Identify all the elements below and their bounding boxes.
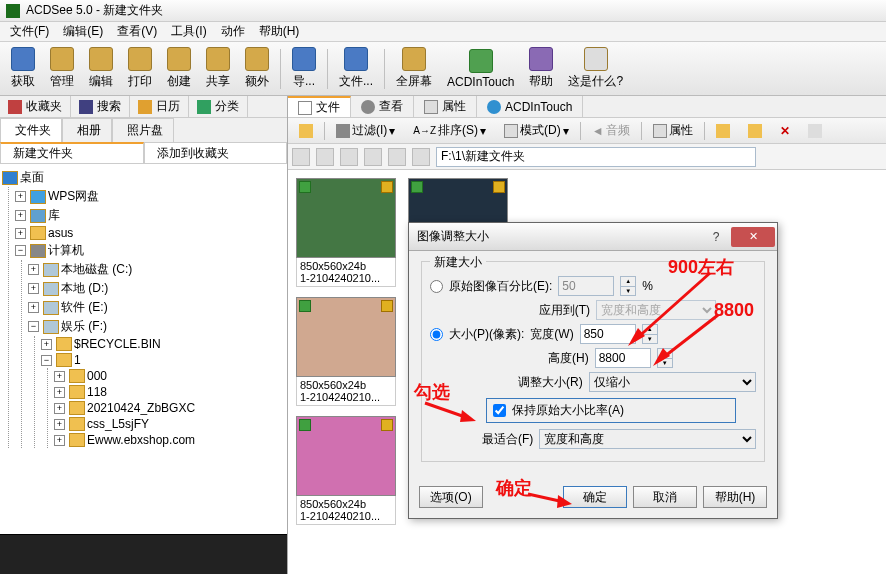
menu-edit[interactable]: 编辑(E) xyxy=(57,21,109,42)
tree-wps[interactable]: +WPS网盘 xyxy=(15,187,285,206)
radio-percent[interactable] xyxy=(430,280,443,293)
nav-fwd-icon[interactable] xyxy=(316,148,334,166)
rtab-acdin[interactable]: ACDInTouch xyxy=(477,96,583,117)
tb-acdintouch[interactable]: ACDInTouch xyxy=(440,46,521,92)
rb-props[interactable]: 属性 xyxy=(646,119,700,142)
tree-desktop[interactable]: 桌面 xyxy=(2,168,285,187)
drive-icon xyxy=(43,282,59,296)
ltab2-photodisc[interactable]: 照片盘 xyxy=(112,118,174,142)
input-width[interactable] xyxy=(580,324,636,344)
tree-000[interactable]: +000 xyxy=(54,368,285,384)
tree-recycle[interactable]: +$RECYCLE.BIN xyxy=(41,336,285,352)
menu-tools[interactable]: 工具(I) xyxy=(165,21,212,42)
tree-lib[interactable]: +库 xyxy=(15,206,285,225)
tree-cdrive[interactable]: +本地磁盘 (C:) xyxy=(28,260,285,279)
tree-ddrive[interactable]: +本地 (D:) xyxy=(28,279,285,298)
folder-tree[interactable]: 桌面 +WPS网盘 +库 +asus −计算机 +本地磁盘 (C:) +本地 (… xyxy=(0,164,287,534)
spinner-height[interactable]: ▲▼ xyxy=(657,348,673,368)
dialog-close-button[interactable]: ✕ xyxy=(731,227,775,247)
rtab-view[interactable]: 查看 xyxy=(351,96,414,117)
tb-acquire[interactable]: 获取 xyxy=(4,44,42,93)
rb-filter[interactable]: 过滤(I)▾ xyxy=(329,119,402,142)
path-input[interactable] xyxy=(436,147,756,167)
dialog-title: 图像调整大小 xyxy=(417,228,489,245)
rb-more[interactable] xyxy=(801,121,829,141)
nav-icon xyxy=(292,47,316,71)
rtab-file[interactable]: 文件 xyxy=(288,96,351,117)
ltab-fav[interactable]: 收藏夹 xyxy=(0,96,71,117)
tree-fdrive[interactable]: −娱乐 (F:) xyxy=(28,317,285,336)
folder-icon xyxy=(56,353,72,367)
button-cancel[interactable]: 取消 xyxy=(633,486,697,508)
ltab2-folders[interactable]: 文件夹 xyxy=(0,118,62,142)
spinner-width[interactable]: ▲▼ xyxy=(642,324,658,344)
menu-actions[interactable]: 动作 xyxy=(215,21,251,42)
rb-copy[interactable] xyxy=(709,121,737,141)
tree-css[interactable]: +css_L5sjFY xyxy=(54,416,285,432)
tree-date[interactable]: +20210424_ZbBGXC xyxy=(54,400,285,416)
label-width: 宽度(W) xyxy=(530,326,573,343)
folder-icon xyxy=(299,124,313,138)
menu-view[interactable]: 查看(V) xyxy=(111,21,163,42)
button-options[interactable]: 选项(O) xyxy=(419,486,483,508)
input-height[interactable] xyxy=(595,348,651,368)
nav-hist-icon[interactable] xyxy=(388,148,406,166)
nav-up-icon[interactable] xyxy=(340,148,358,166)
button-help[interactable]: 帮助(H) xyxy=(703,486,767,508)
radio-pixels[interactable] xyxy=(430,328,443,341)
tb-fullscreen[interactable]: 全屏幕 xyxy=(389,44,439,93)
tree-118[interactable]: +118 xyxy=(54,384,285,400)
tb-share[interactable]: 共享 xyxy=(199,44,237,93)
copy-icon xyxy=(716,124,730,138)
doc-icon xyxy=(298,101,312,115)
select-bestfit[interactable]: 宽度和高度 xyxy=(539,429,756,449)
thumbnail[interactable]: 850x560x24b1-2104240210... xyxy=(296,297,398,406)
rtab-props[interactable]: 属性 xyxy=(414,96,477,117)
ltab-calendar[interactable]: 日历 xyxy=(130,96,189,117)
spinner-percent[interactable]: ▲▼ xyxy=(620,276,636,296)
dialog-help-button[interactable]: ? xyxy=(703,227,729,247)
rb-sort[interactable]: A→Z排序(S)▾ xyxy=(406,119,493,142)
nav-back-icon[interactable] xyxy=(292,148,310,166)
nav-fav-icon[interactable] xyxy=(412,148,430,166)
tree-computer[interactable]: −计算机 xyxy=(15,241,285,260)
tb-nav[interactable]: 导... xyxy=(285,44,323,93)
nav-home-icon[interactable] xyxy=(364,148,382,166)
rb-audio[interactable]: ◄音频 xyxy=(585,119,637,142)
thumbnail[interactable]: 850x560x24b1-2104240210... xyxy=(296,416,398,525)
create-icon xyxy=(167,47,191,71)
subtab-newfolder[interactable]: 新建文件夹 xyxy=(0,142,144,163)
tb-extra[interactable]: 额外 xyxy=(238,44,276,93)
tree-1[interactable]: −1 xyxy=(41,352,285,368)
ltab-search[interactable]: 搜索 xyxy=(71,96,130,117)
tb-whatsthis[interactable]: 这是什么? xyxy=(561,44,630,93)
tb-create[interactable]: 创建 xyxy=(160,44,198,93)
whatsthis-icon xyxy=(584,47,608,71)
groupbox-legend: 新建大小 xyxy=(430,254,486,271)
tree-edrive[interactable]: +软件 (E:) xyxy=(28,298,285,317)
subtab-addfav[interactable]: 添加到收藏夹 xyxy=(144,142,288,163)
rb-mode[interactable]: 模式(D)▾ xyxy=(497,119,576,142)
ltab2-albums[interactable]: 相册 xyxy=(62,118,112,142)
tree-ewww[interactable]: +Ewww.ebxshop.com xyxy=(54,432,285,448)
tb-print[interactable]: 打印 xyxy=(121,44,159,93)
tb-edit[interactable]: 编辑 xyxy=(82,44,120,93)
tb-file[interactable]: 文件... xyxy=(332,44,380,93)
main-toolbar: 获取 管理 编辑 打印 创建 共享 额外 导... 文件... 全屏幕 ACDI… xyxy=(0,42,886,96)
label-percent: 原始图像百分比(E): xyxy=(449,278,552,295)
tree-asus[interactable]: +asus xyxy=(15,225,285,241)
menu-file[interactable]: 文件(F) xyxy=(4,21,55,42)
tb-help[interactable]: 帮助 xyxy=(522,44,560,93)
checkbox-keepratio[interactable] xyxy=(493,404,506,417)
button-ok[interactable]: 确定 xyxy=(563,486,627,508)
thumbnail[interactable]: 850x560x24b1-2104240210... xyxy=(296,178,398,287)
ltab-category[interactable]: 分类 xyxy=(189,96,248,117)
dialog-titlebar[interactable]: 图像调整大小 ? ✕ xyxy=(409,223,777,251)
tb-manage[interactable]: 管理 xyxy=(43,44,81,93)
rb-folder[interactable] xyxy=(292,121,320,141)
rb-move[interactable] xyxy=(741,121,769,141)
fullscreen-icon xyxy=(402,47,426,71)
select-resize[interactable]: 仅缩小 xyxy=(589,372,756,392)
rb-delete[interactable]: ✕ xyxy=(773,121,797,141)
menu-help[interactable]: 帮助(H) xyxy=(253,21,306,42)
